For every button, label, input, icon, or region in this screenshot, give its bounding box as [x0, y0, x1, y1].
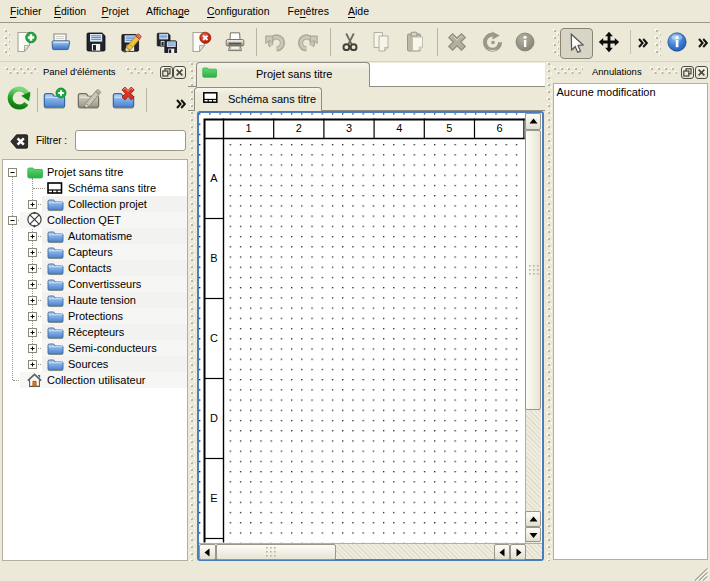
svg-text:A: A — [210, 173, 218, 185]
svg-text:E: E — [210, 492, 217, 504]
svg-text:3: 3 — [346, 123, 352, 135]
svg-text:2: 2 — [296, 123, 302, 135]
svg-text:5: 5 — [446, 123, 452, 135]
svg-text:C: C — [210, 332, 218, 344]
svg-text:B: B — [210, 253, 217, 265]
svg-text:1: 1 — [246, 123, 252, 135]
svg-text:4: 4 — [396, 123, 402, 135]
svg-text:6: 6 — [497, 123, 503, 135]
svg-text:D: D — [210, 412, 218, 424]
